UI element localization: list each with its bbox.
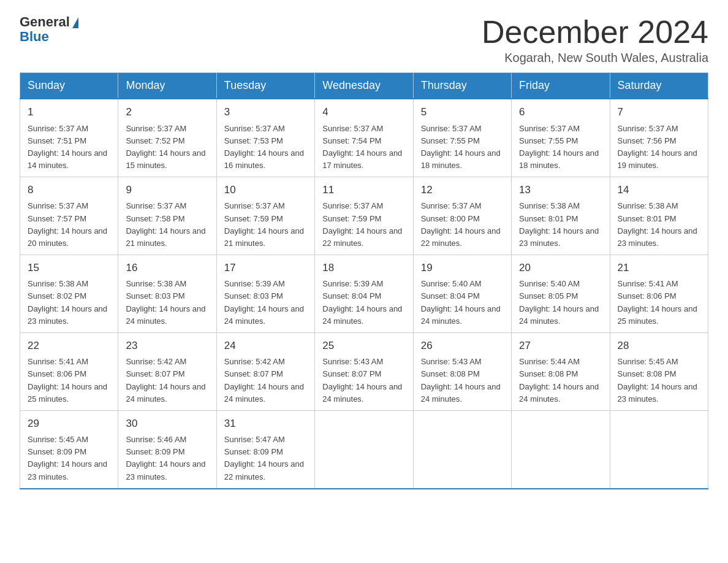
day-daylight: Daylight: 14 hours and 18 minutes. (421, 148, 501, 170)
day-sunrise: Sunrise: 5:38 AM (126, 279, 186, 288)
calendar-day-cell (512, 410, 610, 488)
calendar-day-cell: 15 Sunrise: 5:38 AM Sunset: 8:02 PM Dayl… (20, 255, 118, 333)
column-header-thursday: Thursday (413, 73, 511, 99)
calendar-day-cell: 14 Sunrise: 5:38 AM Sunset: 8:01 PM Dayl… (610, 177, 708, 255)
day-number: 27 (519, 338, 602, 354)
calendar-day-cell: 16 Sunrise: 5:38 AM Sunset: 8:03 PM Dayl… (118, 255, 216, 333)
day-sunset: Sunset: 7:57 PM (28, 214, 86, 223)
column-header-sunday: Sunday (20, 73, 118, 99)
day-number: 5 (421, 104, 504, 120)
day-daylight: Daylight: 14 hours and 24 minutes. (224, 382, 304, 404)
calendar-day-cell: 27 Sunrise: 5:44 AM Sunset: 8:08 PM Dayl… (512, 332, 610, 410)
day-sunrise: Sunrise: 5:38 AM (28, 279, 88, 288)
day-number: 4 (322, 104, 405, 120)
day-sunrise: Sunrise: 5:42 AM (126, 357, 186, 366)
day-sunrise: Sunrise: 5:42 AM (224, 357, 285, 366)
day-sunrise: Sunrise: 5:37 AM (28, 124, 88, 133)
day-sunset: Sunset: 8:02 PM (28, 291, 86, 301)
day-sunrise: Sunrise: 5:37 AM (421, 201, 482, 210)
calendar-table: SundayMondayTuesdayWednesdayThursdayFrid… (20, 72, 708, 489)
day-daylight: Daylight: 14 hours and 14 minutes. (28, 148, 107, 170)
day-number: 8 (28, 182, 110, 198)
day-daylight: Daylight: 14 hours and 24 minutes. (421, 382, 501, 404)
day-number: 31 (224, 416, 307, 432)
day-sunrise: Sunrise: 5:37 AM (421, 124, 482, 133)
day-sunset: Sunset: 7:55 PM (519, 136, 578, 145)
calendar-day-cell: 3 Sunrise: 5:37 AM Sunset: 7:53 PM Dayli… (216, 99, 314, 177)
day-daylight: Daylight: 14 hours and 23 minutes. (28, 459, 107, 481)
day-daylight: Daylight: 14 hours and 21 minutes. (224, 226, 304, 248)
day-sunset: Sunset: 8:01 PM (618, 214, 677, 223)
day-sunset: Sunset: 7:56 PM (618, 136, 677, 145)
day-daylight: Daylight: 14 hours and 25 minutes. (618, 304, 697, 326)
day-daylight: Daylight: 14 hours and 24 minutes. (126, 382, 205, 404)
day-daylight: Daylight: 14 hours and 23 minutes. (618, 226, 697, 248)
day-sunrise: Sunrise: 5:41 AM (618, 279, 678, 288)
day-sunset: Sunset: 8:04 PM (421, 291, 480, 301)
day-daylight: Daylight: 14 hours and 24 minutes. (322, 382, 402, 404)
day-daylight: Daylight: 14 hours and 19 minutes. (618, 148, 697, 170)
day-number: 1 (28, 104, 110, 120)
day-sunrise: Sunrise: 5:37 AM (224, 124, 285, 133)
calendar-header-row: SundayMondayTuesdayWednesdayThursdayFrid… (20, 73, 708, 99)
day-sunrise: Sunrise: 5:37 AM (322, 124, 383, 133)
day-sunset: Sunset: 8:04 PM (322, 291, 381, 301)
day-number: 12 (421, 182, 504, 198)
day-sunrise: Sunrise: 5:37 AM (618, 124, 678, 133)
day-daylight: Daylight: 14 hours and 24 minutes. (126, 304, 205, 326)
day-sunrise: Sunrise: 5:37 AM (28, 201, 88, 210)
day-sunset: Sunset: 7:58 PM (126, 214, 184, 223)
calendar-day-cell: 24 Sunrise: 5:42 AM Sunset: 8:07 PM Dayl… (216, 332, 314, 410)
day-sunset: Sunset: 8:07 PM (126, 369, 184, 378)
day-number: 3 (224, 104, 307, 120)
day-daylight: Daylight: 14 hours and 23 minutes. (126, 459, 205, 481)
day-daylight: Daylight: 14 hours and 24 minutes. (224, 304, 304, 326)
day-sunset: Sunset: 8:07 PM (322, 369, 381, 378)
day-daylight: Daylight: 14 hours and 21 minutes. (126, 226, 205, 248)
column-header-tuesday: Tuesday (216, 73, 314, 99)
day-daylight: Daylight: 14 hours and 18 minutes. (519, 148, 599, 170)
calendar-day-cell: 19 Sunrise: 5:40 AM Sunset: 8:04 PM Dayl… (413, 255, 511, 333)
day-sunset: Sunset: 8:03 PM (126, 291, 184, 301)
calendar-day-cell: 18 Sunrise: 5:39 AM Sunset: 8:04 PM Dayl… (315, 255, 413, 333)
day-sunrise: Sunrise: 5:38 AM (618, 201, 678, 210)
calendar-day-cell: 30 Sunrise: 5:46 AM Sunset: 8:09 PM Dayl… (118, 410, 216, 488)
day-sunset: Sunset: 7:55 PM (421, 136, 480, 145)
day-sunrise: Sunrise: 5:47 AM (224, 435, 285, 444)
day-sunrise: Sunrise: 5:45 AM (28, 435, 88, 444)
day-daylight: Daylight: 14 hours and 20 minutes. (28, 226, 107, 248)
day-daylight: Daylight: 14 hours and 24 minutes. (519, 304, 599, 326)
logo: General Blue (20, 15, 78, 44)
day-sunrise: Sunrise: 5:38 AM (519, 201, 580, 210)
column-header-friday: Friday (512, 73, 610, 99)
logo-blue-text: Blue (20, 29, 78, 44)
calendar-week-row: 22 Sunrise: 5:41 AM Sunset: 8:06 PM Dayl… (20, 332, 708, 410)
day-sunset: Sunset: 8:03 PM (224, 291, 283, 301)
day-daylight: Daylight: 14 hours and 23 minutes. (519, 226, 599, 248)
day-sunset: Sunset: 7:59 PM (322, 214, 381, 223)
location-subtitle: Kogarah, New South Wales, Australia (482, 51, 708, 65)
calendar-day-cell (315, 410, 413, 488)
day-number: 24 (224, 338, 307, 354)
calendar-week-row: 29 Sunrise: 5:45 AM Sunset: 8:09 PM Dayl… (20, 410, 708, 488)
calendar-day-cell: 25 Sunrise: 5:43 AM Sunset: 8:07 PM Dayl… (315, 332, 413, 410)
day-sunset: Sunset: 7:52 PM (126, 136, 184, 145)
logo-triangle-icon (72, 17, 78, 28)
day-number: 7 (618, 104, 700, 120)
day-number: 6 (519, 104, 602, 120)
day-sunrise: Sunrise: 5:40 AM (421, 279, 482, 288)
day-sunrise: Sunrise: 5:41 AM (28, 357, 88, 366)
calendar-day-cell: 26 Sunrise: 5:43 AM Sunset: 8:08 PM Dayl… (413, 332, 511, 410)
calendar-day-cell: 2 Sunrise: 5:37 AM Sunset: 7:52 PM Dayli… (118, 99, 216, 177)
logo-general-text: General (20, 14, 70, 29)
day-sunset: Sunset: 8:06 PM (28, 369, 86, 378)
calendar-day-cell: 13 Sunrise: 5:38 AM Sunset: 8:01 PM Dayl… (512, 177, 610, 255)
day-number: 23 (126, 338, 208, 354)
calendar-day-cell: 6 Sunrise: 5:37 AM Sunset: 7:55 PM Dayli… (512, 99, 610, 177)
title-section: December 2024 Kogarah, New South Wales, … (482, 15, 708, 65)
calendar-day-cell: 17 Sunrise: 5:39 AM Sunset: 8:03 PM Dayl… (216, 255, 314, 333)
day-sunrise: Sunrise: 5:39 AM (224, 279, 285, 288)
day-daylight: Daylight: 14 hours and 23 minutes. (28, 304, 107, 326)
day-number: 28 (618, 338, 700, 354)
day-number: 15 (28, 260, 110, 276)
